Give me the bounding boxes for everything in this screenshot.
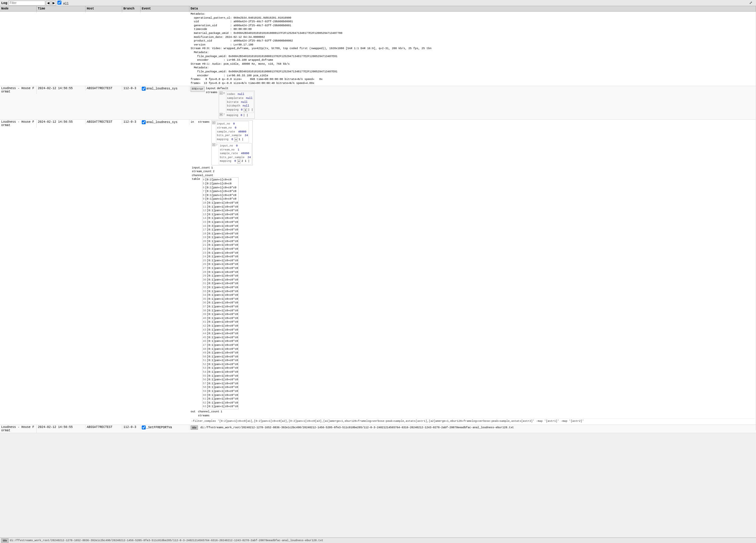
data-wrapper-2: FFError layout default streams − bbox=[191, 87, 754, 119]
title-button-4[interactable]: title bbox=[191, 425, 198, 430]
fferror-label: FFError bbox=[191, 87, 205, 92]
table-row-59: 59[0:1]pan=1[c0=c0*c0 bbox=[203, 389, 238, 393]
event-checkbox-4[interactable] bbox=[142, 425, 146, 429]
table-row-21: 21[0:1]pan=1[c0=c0*c0 bbox=[203, 243, 238, 247]
streams-in-container: − input_no0 stream_no0 sample_rate48000 … bbox=[211, 120, 253, 165]
input-count-label: input_count bbox=[192, 166, 210, 170]
table-row-50: 50[0:1]pan=1[c0=c0*c0 bbox=[203, 355, 238, 359]
event-checkbox-2[interactable] bbox=[142, 87, 146, 91]
out-channel-count-label: channel_count bbox=[198, 410, 219, 414]
table-row-6: 6[0:1]pan=1[c0=c0*c0 bbox=[203, 186, 238, 190]
channel-count-row: channel_count bbox=[192, 174, 754, 178]
expand-stream-0[interactable]: − bbox=[220, 92, 223, 95]
streams-row: streams − 0 codecnull sampleratenull bbox=[206, 91, 255, 119]
input-count-row: input_count 1 bbox=[192, 166, 754, 170]
table-row-52: 52[0:1]pan=1[c0=c0*c0 bbox=[203, 362, 238, 366]
layout-block: layout default streams − 0 bbox=[206, 87, 255, 119]
kv-bitrate: bitratenull bbox=[227, 100, 253, 104]
table-row-44: 44[0:1]pan=1[c0=c0*c0 bbox=[203, 332, 238, 336]
kv-bitdepth: bitdepthnull bbox=[227, 104, 253, 108]
table-row-16: 16[0:3]pan=1[c0=c0*c0 bbox=[203, 224, 238, 228]
cell-data-1: Metadata: operational_pattern_ul: 060e2b… bbox=[189, 12, 756, 86]
kv-stream_no-0: stream_no0 bbox=[217, 126, 248, 130]
cell-branch-2: 112-0-3 bbox=[122, 86, 141, 91]
streams-container: − 0 codecnull sampleratenull bitratenull… bbox=[219, 91, 255, 119]
table-row-28: 28[0:1]pan=1[c0=c0*c0 bbox=[203, 271, 238, 274]
all-checkbox-label[interactable]: All bbox=[57, 1, 69, 5]
cell-branch-3: 112-0-3 bbox=[122, 120, 141, 124]
streams-key: streams bbox=[206, 91, 217, 95]
col-header-event: Event bbox=[141, 6, 189, 11]
stream-count-label: stream_count bbox=[192, 170, 212, 174]
table-row-26: 26[0:1]pan=1[c0=c0*c0 bbox=[203, 263, 238, 267]
filter-back-button[interactable]: ◀ bbox=[46, 1, 51, 5]
filter-input[interactable] bbox=[9, 1, 45, 5]
layout-key: layout bbox=[206, 87, 216, 91]
out-content: channel_count 1 streams bbox=[198, 410, 222, 418]
kv-mapping-in-7: mapping002 1 | bbox=[220, 159, 251, 163]
kv-bps-7: bits_per_sample24 bbox=[220, 156, 251, 160]
table-row-35: 35[0:1]pan=1[c0=c0*c0 bbox=[203, 297, 238, 301]
streams-in-label: streams bbox=[198, 120, 210, 124]
table-row-46: 46[0:1]pan=1[c0=c0*c0 bbox=[203, 339, 238, 343]
event-label-2: anal_loudness_sys bbox=[146, 87, 177, 90]
table-label: table bbox=[192, 177, 201, 409]
all-checkbox-input[interactable] bbox=[57, 1, 61, 5]
event-checkbox-3[interactable] bbox=[142, 120, 146, 124]
kv-mapping-in-0: mapping001 | bbox=[217, 138, 248, 142]
col-header-branch: Branch bbox=[122, 6, 141, 11]
table-row-27: 27[0:1]pan=1[c0=c0*c0 bbox=[203, 267, 238, 271]
cell-node-3: Loudness - House Format bbox=[0, 120, 37, 128]
table-row-20: 20[0:1]pan=1[c0=c0*c0 bbox=[203, 240, 238, 244]
table-row-17: 17[0:1]pan=1[c0=c0*c0 bbox=[203, 228, 238, 232]
column-headers: Node Time Host Branch Event Data bbox=[0, 6, 756, 12]
cell-node-4: Loudness - House Format bbox=[0, 425, 37, 433]
in-streams-block: in streams − input_no0 stream_no0 sample… bbox=[191, 120, 754, 165]
cell-event-3: anal_loudness_sys bbox=[141, 120, 189, 125]
kv-codec: codecnull bbox=[227, 93, 253, 97]
table-row-56: 56[0:1]pan=1[c0=c0*c0 bbox=[203, 378, 238, 382]
cell-host-3: ABSSAT7RECTEST bbox=[86, 120, 122, 124]
table-row-61: 61[0:1]pan=1[c0=c0*c0 bbox=[203, 397, 238, 401]
col-header-data: Data bbox=[189, 6, 756, 11]
cell-event-1 bbox=[141, 12, 189, 13]
cell-node-1 bbox=[0, 12, 37, 13]
table-row-49: 49[0:1]pan=1[c0=c0*c0 bbox=[203, 351, 238, 355]
table-row: Loudness - House Format 2024-02-12 14:56… bbox=[0, 425, 756, 433]
stream-fields-7: mapping0| | bbox=[226, 113, 249, 118]
table-row-34: 34[0:1]pan=1[c0=c0*c0 bbox=[203, 293, 238, 297]
expand-stream-7[interactable]: + bbox=[220, 113, 223, 116]
table-row-18: 18[0:1]pan=1[c0=c0*c0 bbox=[203, 232, 238, 236]
cell-host-4: ABSSAT7RECTEST bbox=[86, 425, 122, 429]
expand-stream-in-0[interactable]: − bbox=[212, 121, 215, 124]
out-channel-count: channel_count 1 bbox=[198, 410, 222, 414]
kv-mapping-0: mapping00| | bbox=[227, 108, 253, 112]
col-header-time: Time bbox=[37, 6, 86, 11]
cell-time-3: 2024-02-12 14:56:55 bbox=[37, 120, 86, 124]
stream-fields-0: codecnull sampleratenull bitratenull bit… bbox=[226, 92, 254, 113]
cell-data-4: title di:/ffvstreams_work_root/20240212-… bbox=[189, 425, 756, 430]
stream-in-0-fields: input_no0 stream_no0 sample_rate48000 bi… bbox=[216, 121, 249, 143]
kv-mapping-7: mapping0| | bbox=[227, 114, 248, 118]
table-row-45: 45[0:1]pan=1[c0=c0*c0 bbox=[203, 336, 238, 340]
table-row-32: 32[0:1]pan=1[c0=c0*c0 bbox=[203, 286, 238, 290]
cell-time-2: 2024-02-12 14:56:55 bbox=[37, 86, 86, 91]
filter-forward-button[interactable]: ▶ bbox=[51, 1, 56, 5]
preformatted-data-1: Metadata: operational_pattern_ul: 060e2b… bbox=[191, 12, 754, 85]
table-row-43: 43[0:1]pan=1[c0=c0*c0 bbox=[203, 328, 238, 332]
expand-button[interactable]: ⤢ bbox=[749, 1, 755, 5]
table-section: table 4[0:2]pan=1[c0=c0 5[0:2]pan=1[c0=c… bbox=[192, 177, 754, 409]
table-row-48: 48[0:1]pan=1[c0=c0*c0 bbox=[203, 347, 238, 351]
cell-node-2: Loudness - House Format bbox=[0, 86, 37, 94]
table-row: Metadata: operational_pattern_ul: 060e2b… bbox=[0, 12, 756, 86]
expand-stream-in-7[interactable]: − bbox=[212, 143, 215, 146]
stream-idx-0: 0 bbox=[223, 92, 225, 96]
table-row-42: 42[0:1]pan=1[c0=c0*c0 bbox=[203, 324, 238, 328]
path-section: title di:/ffvstreams_work_root/20240212-… bbox=[191, 425, 754, 430]
stream-idx-7: 7 bbox=[223, 113, 225, 117]
table-row-19: 19[0:1]pan=1[c0=c0*c0 bbox=[203, 236, 238, 240]
table-row-25: 25[0:1]pan=1[c0=c0*c0 bbox=[203, 259, 238, 263]
table-row-12: 12[0:1]pan=1[c0=c0*c0 bbox=[203, 209, 238, 213]
kv-input_no-0: input_no0 bbox=[217, 122, 248, 126]
table-row-62: 62[0:1]pan=1[c0=c0*c0 bbox=[203, 401, 238, 405]
